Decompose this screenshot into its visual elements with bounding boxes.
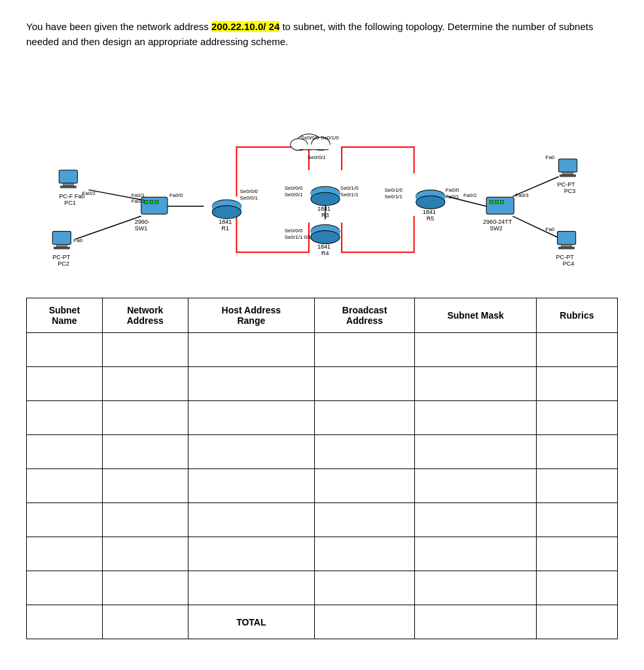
cell-subnet-name (27, 367, 103, 401)
svg-rect-20 (145, 200, 148, 203)
svg-text:Fa0/1: Fa0/1 (446, 194, 459, 200)
table-row (27, 333, 618, 367)
svg-text:1841: 1841 (317, 243, 331, 250)
intro-before: You have been given the network address (26, 21, 211, 32)
svg-text:Se0/1/1: Se0/1/1 (340, 192, 359, 198)
svg-text:PC-PT: PC-PT (556, 254, 575, 260)
svg-rect-82 (558, 231, 576, 244)
cell-network-address (102, 435, 188, 469)
cell-host-range (188, 401, 314, 435)
cell-network-address (102, 571, 188, 605)
svg-text:Se0/0/1: Se0/0/1 (240, 195, 258, 201)
cell-subnet-mask (415, 367, 537, 401)
table-row (27, 503, 618, 537)
svg-rect-84 (559, 247, 575, 249)
cell-subnet-name (27, 333, 103, 367)
svg-text:R3: R3 (321, 212, 329, 219)
cell-subnet-mask (415, 401, 537, 435)
svg-text:Se0/1/1: Se0/1/1 (384, 194, 402, 200)
svg-line-1 (75, 216, 141, 239)
cell-subnet-mask (415, 333, 537, 367)
svg-text:2960-24TT: 2960-24TT (483, 219, 512, 225)
svg-text:PC-PT: PC-PT (52, 254, 71, 260)
cell-network-address (102, 333, 188, 367)
intro-paragraph: You have been given the network address … (26, 20, 618, 49)
svg-rect-38 (298, 145, 330, 150)
cell-subnet-mask (415, 503, 537, 537)
table-row (27, 367, 618, 401)
svg-rect-71 (500, 200, 503, 203)
topology-svg: PC-F Fa0 PC1 Fa0/2 PC-PT PC2 Fa0 2960- S… (26, 62, 618, 278)
cell-host-range (188, 367, 314, 401)
svg-point-45 (311, 192, 340, 205)
cell-broadcast (314, 537, 414, 571)
svg-rect-7 (59, 170, 77, 183)
cell-host-range (188, 503, 314, 537)
cell-rubrics (536, 333, 617, 367)
cell-host-range (188, 435, 314, 469)
svg-text:Fa0/2: Fa0/2 (463, 192, 477, 198)
sw1-device: 2960- SW1 Fa0/1 Fa0/3 Fa0/0 (132, 192, 183, 232)
cell-broadcast (314, 367, 414, 401)
cell-subnet-name (27, 571, 103, 605)
svg-text:1841: 1841 (219, 219, 232, 225)
pc1-device: PC-F Fa0 PC1 Fa0/2 (59, 170, 96, 206)
col-header-rubrics: Rubrics (536, 298, 617, 333)
network-diagram: PC-F Fa0 PC1 Fa0/2 PC-PT PC2 Fa0 2960- S… (26, 62, 618, 278)
svg-rect-19 (141, 197, 168, 214)
svg-rect-69 (490, 200, 493, 203)
svg-text:Se0/1/0: Se0/1/0 (384, 187, 402, 193)
internet-cloud: Se0/0/0 Se0/1/0 Se0/0/1 (291, 134, 339, 160)
total-row: TOTAL (27, 605, 618, 639)
svg-rect-77 (563, 172, 573, 175)
svg-text:Fa0: Fa0 (546, 226, 555, 232)
svg-text:PC4: PC4 (563, 260, 575, 267)
cell-broadcast (314, 503, 414, 537)
cell-network-address (102, 469, 188, 503)
col-header-subnet-mask: Subnet Mask (415, 298, 537, 333)
svg-text:1841: 1841 (317, 205, 331, 212)
subnet-table: SubnetName NetworkAddress Host AddressRa… (26, 298, 618, 639)
svg-text:R1: R1 (221, 225, 229, 232)
col-header-subnet-name: SubnetName (27, 298, 103, 333)
cell-subnet-name (27, 469, 103, 503)
table-row (27, 571, 618, 605)
cell-rubrics (536, 503, 617, 537)
svg-text:Se0/0/0: Se0/0/0 (285, 185, 303, 191)
svg-text:PC1: PC1 (64, 200, 76, 206)
cell-broadcast (314, 401, 414, 435)
cell-network-address (102, 367, 188, 401)
svg-text:Se0/1/0: Se0/1/0 (321, 135, 339, 141)
svg-text:Fa0/1: Fa0/1 (132, 192, 145, 198)
cell-subnet-name (27, 503, 103, 537)
total-cell-1 (27, 605, 103, 639)
cell-host-range (188, 469, 314, 503)
table-row (27, 401, 618, 435)
cell-rubrics (536, 469, 617, 503)
svg-rect-76 (559, 159, 577, 172)
r4-device: 1841 R4 Se0/0/0 Se0/1/1 0/1 (285, 224, 340, 256)
svg-text:Fa0/2: Fa0/2 (82, 190, 96, 196)
r3-device: 1841 R3 Se0/0/0 Se0/0/1 Se0/1/0 Se0/1/1 (285, 185, 359, 219)
svg-point-61 (416, 196, 445, 209)
svg-text:R4: R4 (321, 250, 329, 256)
svg-text:Fa0: Fa0 (546, 154, 555, 160)
cell-subnet-name (27, 401, 103, 435)
cell-host-range (188, 537, 314, 571)
cell-rubrics (536, 537, 617, 571)
svg-rect-78 (560, 175, 576, 177)
table-row (27, 469, 618, 503)
svg-text:PC2: PC2 (58, 260, 69, 267)
cell-network-address (102, 537, 188, 571)
cell-host-range (188, 333, 314, 367)
svg-text:Se0/1/0: Se0/1/0 (340, 185, 359, 191)
svg-text:Fa0/0: Fa0/0 (170, 192, 183, 198)
svg-text:PC3: PC3 (564, 188, 576, 194)
total-cell-5 (415, 605, 537, 639)
svg-rect-15 (54, 247, 69, 249)
pc3-device: PC-PT PC3 Fa0 (546, 154, 577, 194)
network-address-highlight: 200.22.10.0/ 24 (211, 21, 279, 32)
svg-text:Fa0/0: Fa0/0 (446, 187, 459, 193)
cell-subnet-mask (415, 435, 537, 469)
cell-subnet-mask (415, 469, 537, 503)
